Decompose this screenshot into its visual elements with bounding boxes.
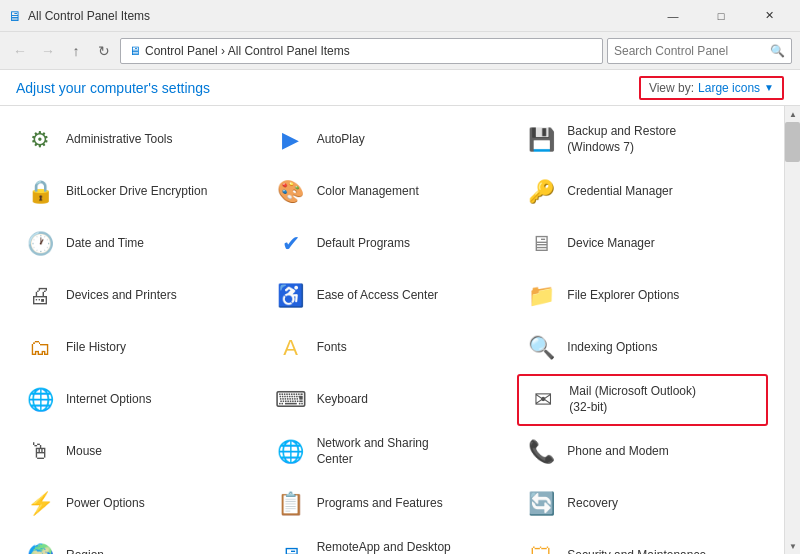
view-by-label: View by: — [649, 81, 694, 95]
view-by-value[interactable]: Large icons — [698, 81, 760, 95]
device-mgr-label: Device Manager — [567, 236, 654, 252]
item-color-mgmt[interactable]: 🎨Color Management — [267, 166, 518, 218]
color-mgmt-icon: 🎨 — [275, 176, 307, 208]
security-maint-icon: 🛡 — [525, 540, 557, 554]
credential-mgr-label: Credential Manager — [567, 184, 672, 200]
credential-mgr-icon: 🔑 — [525, 176, 557, 208]
content-panel: ⚙Administrative Tools▶AutoPlay💾Backup an… — [0, 106, 784, 554]
title-controls: — □ ✕ — [650, 0, 792, 32]
bitlocker-label: BitLocker Drive Encryption — [66, 184, 207, 200]
security-maint-label: Security and Maintenance — [567, 548, 706, 554]
chevron-down-icon: ▼ — [764, 82, 774, 93]
default-progs-label: Default Programs — [317, 236, 410, 252]
file-exp-label: File Explorer Options — [567, 288, 679, 304]
item-mail[interactable]: ✉Mail (Microsoft Outlook) (32-bit) — [517, 374, 768, 426]
phone-modem-icon: 📞 — [525, 436, 557, 468]
devices-print-label: Devices and Printers — [66, 288, 177, 304]
file-history-label: File History — [66, 340, 126, 356]
datetime-icon: 🕐 — [24, 228, 56, 260]
keyboard-icon: ⌨ — [275, 384, 307, 416]
item-autoplay[interactable]: ▶AutoPlay — [267, 114, 518, 166]
item-keyboard[interactable]: ⌨Keyboard — [267, 374, 518, 426]
internet-options-label: Internet Options — [66, 392, 151, 408]
network-sharing-icon: 🌐 — [275, 436, 307, 468]
keyboard-label: Keyboard — [317, 392, 368, 408]
file-exp-icon: 📁 — [525, 280, 557, 312]
address-path[interactable]: 🖥 Control Panel › All Control Panel Item… — [120, 38, 603, 64]
indexing-label: Indexing Options — [567, 340, 657, 356]
power-options-icon: ⚡ — [24, 488, 56, 520]
ease-access-icon: ♿ — [275, 280, 307, 312]
close-button[interactable]: ✕ — [746, 0, 792, 32]
item-device-mgr[interactable]: 🖥Device Manager — [517, 218, 768, 270]
bitlocker-icon: 🔒 — [24, 176, 56, 208]
search-icon: 🔍 — [770, 44, 785, 58]
main-content: ⚙Administrative Tools▶AutoPlay💾Backup an… — [0, 106, 800, 554]
minimize-button[interactable]: — — [650, 0, 696, 32]
item-remoteapp[interactable]: 🖥RemoteApp and Desktop Connections — [267, 530, 518, 554]
item-ease-access[interactable]: ♿Ease of Access Center — [267, 270, 518, 322]
item-mouse[interactable]: 🖱Mouse — [16, 426, 267, 478]
item-recovery[interactable]: 🔄Recovery — [517, 478, 768, 530]
autoplay-icon: ▶ — [275, 124, 307, 156]
item-default-progs[interactable]: ✔Default Programs — [267, 218, 518, 270]
autoplay-label: AutoPlay — [317, 132, 365, 148]
scrollbar[interactable]: ▲ ▼ — [784, 106, 800, 554]
scroll-track[interactable] — [785, 122, 800, 538]
page-title: Adjust your computer's settings — [16, 80, 210, 96]
file-history-icon: 🗂 — [24, 332, 56, 364]
item-region[interactable]: 🌍Region — [16, 530, 267, 554]
search-box[interactable]: 🔍 — [607, 38, 792, 64]
scroll-down-button[interactable]: ▼ — [785, 538, 800, 554]
admin-tools-icon: ⚙ — [24, 124, 56, 156]
mouse-label: Mouse — [66, 444, 102, 460]
item-datetime[interactable]: 🕐Date and Time — [16, 218, 267, 270]
recovery-label: Recovery — [567, 496, 618, 512]
item-admin-tools[interactable]: ⚙Administrative Tools — [16, 114, 267, 166]
view-by-control[interactable]: View by: Large icons ▼ — [639, 76, 784, 100]
maximize-button[interactable]: □ — [698, 0, 744, 32]
item-programs-feat[interactable]: 📋Programs and Features — [267, 478, 518, 530]
backup-restore-label: Backup and Restore (Windows 7) — [567, 124, 676, 155]
item-file-history[interactable]: 🗂File History — [16, 322, 267, 374]
item-internet-options[interactable]: 🌐Internet Options — [16, 374, 267, 426]
item-phone-modem[interactable]: 📞Phone and Modem — [517, 426, 768, 478]
remoteapp-icon: 🖥 — [275, 540, 307, 554]
recovery-icon: 🔄 — [525, 488, 557, 520]
fonts-label: Fonts — [317, 340, 347, 356]
mail-label: Mail (Microsoft Outlook) (32-bit) — [569, 384, 696, 415]
backup-restore-icon: 💾 — [525, 124, 557, 156]
default-progs-icon: ✔ — [275, 228, 307, 260]
scroll-up-button[interactable]: ▲ — [785, 106, 800, 122]
address-path-icon: 🖥 — [129, 44, 141, 58]
item-backup-restore[interactable]: 💾Backup and Restore (Windows 7) — [517, 114, 768, 166]
datetime-label: Date and Time — [66, 236, 144, 252]
item-devices-print[interactable]: 🖨Devices and Printers — [16, 270, 267, 322]
item-credential-mgr[interactable]: 🔑Credential Manager — [517, 166, 768, 218]
programs-feat-icon: 📋 — [275, 488, 307, 520]
refresh-button[interactable]: ↻ — [92, 39, 116, 63]
header-bar: Adjust your computer's settings View by:… — [0, 70, 800, 106]
up-button[interactable]: ↑ — [64, 39, 88, 63]
item-security-maint[interactable]: 🛡Security and Maintenance — [517, 530, 768, 554]
item-fonts[interactable]: AFonts — [267, 322, 518, 374]
ease-access-label: Ease of Access Center — [317, 288, 438, 304]
color-mgmt-label: Color Management — [317, 184, 419, 200]
back-button[interactable]: ← — [8, 39, 32, 63]
scroll-thumb[interactable] — [785, 122, 800, 162]
power-options-label: Power Options — [66, 496, 145, 512]
address-path-text: Control Panel › All Control Panel Items — [145, 44, 350, 58]
forward-button[interactable]: → — [36, 39, 60, 63]
address-bar: ← → ↑ ↻ 🖥 Control Panel › All Control Pa… — [0, 32, 800, 70]
item-power-options[interactable]: ⚡Power Options — [16, 478, 267, 530]
internet-options-icon: 🌐 — [24, 384, 56, 416]
remoteapp-label: RemoteApp and Desktop Connections — [317, 540, 451, 554]
window-title: All Control Panel Items — [28, 9, 650, 23]
network-sharing-label: Network and Sharing Center — [317, 436, 429, 467]
items-grid: ⚙Administrative Tools▶AutoPlay💾Backup an… — [0, 106, 784, 554]
item-network-sharing[interactable]: 🌐Network and Sharing Center — [267, 426, 518, 478]
item-indexing[interactable]: 🔍Indexing Options — [517, 322, 768, 374]
search-input[interactable] — [614, 44, 770, 58]
item-bitlocker[interactable]: 🔒BitLocker Drive Encryption — [16, 166, 267, 218]
item-file-exp[interactable]: 📁File Explorer Options — [517, 270, 768, 322]
